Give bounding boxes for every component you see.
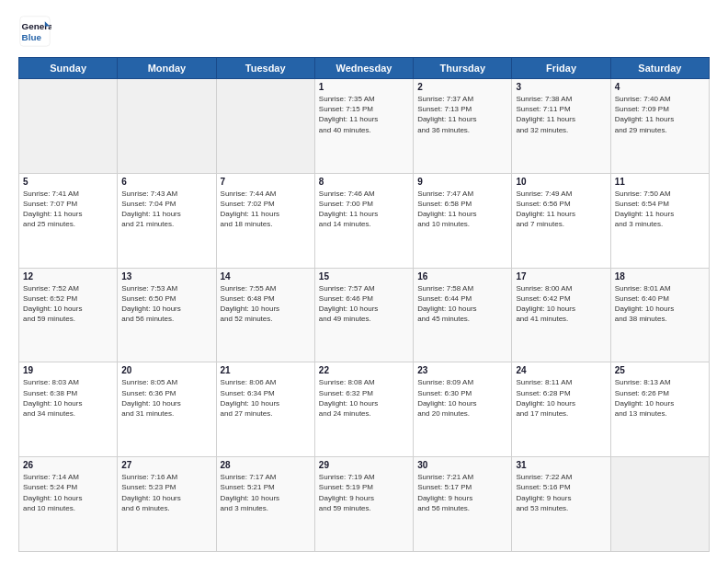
day-cell: 13Sunrise: 7:53 AMSunset: 6:50 PMDayligh… xyxy=(118,268,216,362)
day-cell: 23Sunrise: 8:09 AMSunset: 6:30 PMDayligh… xyxy=(414,362,512,457)
day-cell: 12Sunrise: 7:52 AMSunset: 6:52 PMDayligh… xyxy=(19,268,118,362)
week-row-0: 1Sunrise: 7:35 AMSunset: 7:15 PMDaylight… xyxy=(19,79,710,174)
day-cell xyxy=(216,79,314,174)
day-cell: 27Sunrise: 7:16 AMSunset: 5:23 PMDayligh… xyxy=(118,457,216,552)
weekday-thursday: Thursday xyxy=(414,58,512,79)
day-cell: 29Sunrise: 7:19 AMSunset: 5:19 PMDayligh… xyxy=(314,457,413,552)
day-cell xyxy=(610,457,709,552)
day-number: 15 xyxy=(319,271,409,282)
day-number: 28 xyxy=(221,460,311,470)
calendar-table: SundayMondayTuesdayWednesdayThursdayFrid… xyxy=(18,57,710,552)
day-cell: 26Sunrise: 7:14 AMSunset: 5:24 PMDayligh… xyxy=(19,457,118,552)
day-cell: 25Sunrise: 8:13 AMSunset: 6:26 PMDayligh… xyxy=(610,362,709,457)
day-number: 1 xyxy=(319,82,409,92)
svg-text:General: General xyxy=(22,21,51,31)
day-cell xyxy=(118,79,216,174)
day-info: Sunrise: 7:16 AMSunset: 5:23 PMDaylight:… xyxy=(121,472,211,513)
day-number: 14 xyxy=(221,271,311,282)
day-info: Sunrise: 8:03 AMSunset: 6:38 PMDaylight:… xyxy=(23,377,113,419)
day-number: 30 xyxy=(417,460,507,470)
day-number: 5 xyxy=(23,177,113,187)
week-row-3: 19Sunrise: 8:03 AMSunset: 6:38 PMDayligh… xyxy=(19,362,710,457)
day-info: Sunrise: 7:52 AMSunset: 6:52 PMDaylight:… xyxy=(23,283,113,325)
day-number: 17 xyxy=(516,271,606,282)
day-cell: 22Sunrise: 8:08 AMSunset: 6:32 PMDayligh… xyxy=(314,362,413,457)
day-info: Sunrise: 8:09 AMSunset: 6:30 PMDaylight:… xyxy=(417,377,507,419)
day-number: 10 xyxy=(516,177,606,187)
day-cell: 20Sunrise: 8:05 AMSunset: 6:36 PMDayligh… xyxy=(118,362,216,457)
day-number: 4 xyxy=(615,82,705,92)
weekday-monday: Monday xyxy=(118,58,216,79)
day-cell: 19Sunrise: 8:03 AMSunset: 6:38 PMDayligh… xyxy=(19,362,118,457)
day-number: 11 xyxy=(615,177,705,187)
day-info: Sunrise: 7:44 AMSunset: 7:02 PMDaylight:… xyxy=(221,189,311,230)
day-cell xyxy=(19,79,118,174)
day-number: 9 xyxy=(417,177,507,187)
day-info: Sunrise: 8:13 AMSunset: 6:26 PMDaylight:… xyxy=(615,377,705,419)
day-number: 22 xyxy=(319,365,409,375)
day-number: 21 xyxy=(221,365,311,375)
day-cell: 15Sunrise: 7:57 AMSunset: 6:46 PMDayligh… xyxy=(314,268,413,362)
day-info: Sunrise: 7:35 AMSunset: 7:15 PMDaylight:… xyxy=(319,94,409,135)
day-info: Sunrise: 7:17 AMSunset: 5:21 PMDaylight:… xyxy=(221,472,311,513)
weekday-friday: Friday xyxy=(512,58,610,79)
day-number: 2 xyxy=(417,82,507,92)
weekday-sunday: Sunday xyxy=(19,58,118,79)
day-cell: 31Sunrise: 7:22 AMSunset: 5:16 PMDayligh… xyxy=(512,457,610,552)
day-info: Sunrise: 7:21 AMSunset: 5:17 PMDaylight:… xyxy=(417,472,507,513)
week-row-2: 12Sunrise: 7:52 AMSunset: 6:52 PMDayligh… xyxy=(19,268,710,362)
day-cell: 18Sunrise: 8:01 AMSunset: 6:40 PMDayligh… xyxy=(610,268,709,362)
weekday-header-row: SundayMondayTuesdayWednesdayThursdayFrid… xyxy=(19,58,710,79)
day-cell: 5Sunrise: 7:41 AMSunset: 7:07 PMDaylight… xyxy=(19,173,118,268)
day-cell: 10Sunrise: 7:49 AMSunset: 6:56 PMDayligh… xyxy=(512,173,610,268)
weekday-wednesday: Wednesday xyxy=(314,58,413,79)
day-info: Sunrise: 7:38 AMSunset: 7:11 PMDaylight:… xyxy=(516,94,606,135)
day-info: Sunrise: 8:08 AMSunset: 6:32 PMDaylight:… xyxy=(319,377,409,419)
day-number: 19 xyxy=(23,365,113,375)
day-info: Sunrise: 7:46 AMSunset: 7:00 PMDaylight:… xyxy=(319,189,409,230)
day-info: Sunrise: 8:06 AMSunset: 6:34 PMDaylight:… xyxy=(221,377,311,419)
day-cell: 30Sunrise: 7:21 AMSunset: 5:17 PMDayligh… xyxy=(414,457,512,552)
day-cell: 16Sunrise: 7:58 AMSunset: 6:44 PMDayligh… xyxy=(414,268,512,362)
day-info: Sunrise: 7:40 AMSunset: 7:09 PMDaylight:… xyxy=(615,94,705,135)
day-cell: 17Sunrise: 8:00 AMSunset: 6:42 PMDayligh… xyxy=(512,268,610,362)
day-info: Sunrise: 7:43 AMSunset: 7:04 PMDaylight:… xyxy=(121,189,211,230)
day-cell: 1Sunrise: 7:35 AMSunset: 7:15 PMDaylight… xyxy=(314,79,413,174)
day-number: 13 xyxy=(121,271,211,282)
weekday-tuesday: Tuesday xyxy=(216,58,314,79)
day-info: Sunrise: 7:55 AMSunset: 6:48 PMDaylight:… xyxy=(221,283,311,325)
day-info: Sunrise: 7:58 AMSunset: 6:44 PMDaylight:… xyxy=(417,283,507,325)
day-info: Sunrise: 7:49 AMSunset: 6:56 PMDaylight:… xyxy=(516,189,606,230)
day-info: Sunrise: 8:01 AMSunset: 6:40 PMDaylight:… xyxy=(615,283,705,325)
day-number: 26 xyxy=(23,460,113,470)
day-number: 6 xyxy=(121,177,211,187)
day-info: Sunrise: 7:37 AMSunset: 7:13 PMDaylight:… xyxy=(417,94,507,135)
svg-text:Blue: Blue xyxy=(22,32,42,42)
day-number: 25 xyxy=(615,365,705,375)
day-cell: 28Sunrise: 7:17 AMSunset: 5:21 PMDayligh… xyxy=(216,457,314,552)
day-info: Sunrise: 7:53 AMSunset: 6:50 PMDaylight:… xyxy=(121,283,211,325)
day-number: 23 xyxy=(417,365,507,375)
day-cell: 2Sunrise: 7:37 AMSunset: 7:13 PMDaylight… xyxy=(414,79,512,174)
day-number: 31 xyxy=(516,460,606,470)
day-number: 7 xyxy=(221,177,311,187)
day-number: 3 xyxy=(516,82,606,92)
day-info: Sunrise: 7:14 AMSunset: 5:24 PMDaylight:… xyxy=(23,472,113,513)
day-cell: 4Sunrise: 7:40 AMSunset: 7:09 PMDaylight… xyxy=(610,79,709,174)
day-info: Sunrise: 7:19 AMSunset: 5:19 PMDaylight:… xyxy=(319,472,409,513)
week-row-1: 5Sunrise: 7:41 AMSunset: 7:07 PMDaylight… xyxy=(19,173,710,268)
day-cell: 8Sunrise: 7:46 AMSunset: 7:00 PMDaylight… xyxy=(314,173,413,268)
day-info: Sunrise: 7:57 AMSunset: 6:46 PMDaylight:… xyxy=(319,283,409,325)
day-number: 20 xyxy=(121,365,211,375)
day-cell: 6Sunrise: 7:43 AMSunset: 7:04 PMDaylight… xyxy=(118,173,216,268)
day-number: 12 xyxy=(23,271,113,282)
header: General Blue xyxy=(18,15,710,48)
day-cell: 7Sunrise: 7:44 AMSunset: 7:02 PMDaylight… xyxy=(216,173,314,268)
day-cell: 9Sunrise: 7:47 AMSunset: 6:58 PMDaylight… xyxy=(414,173,512,268)
day-number: 18 xyxy=(615,271,705,282)
day-number: 8 xyxy=(319,177,409,187)
day-info: Sunrise: 7:50 AMSunset: 6:54 PMDaylight:… xyxy=(615,189,705,230)
day-number: 24 xyxy=(516,365,606,375)
day-info: Sunrise: 8:05 AMSunset: 6:36 PMDaylight:… xyxy=(121,377,211,419)
page: General Blue SundayMondayTuesdayWednesda… xyxy=(0,0,728,563)
